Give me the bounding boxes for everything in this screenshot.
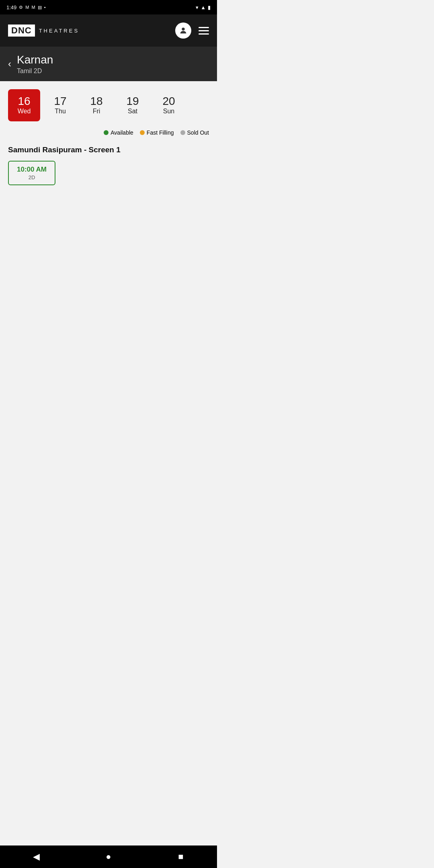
date-num-19: 19 — [126, 95, 139, 108]
status-time: 1:49 — [6, 4, 16, 10]
movie-info: Karnan Tamil 2D — [17, 53, 53, 75]
battery-icon: ▮ — [208, 4, 211, 10]
hamburger-menu-button[interactable] — [199, 27, 209, 35]
logo-block: DNC THEATRES — [8, 25, 79, 37]
date-item-fri[interactable]: 18 Fri — [80, 89, 113, 121]
sold-out-dot — [180, 130, 185, 135]
wifi-icon: ▾ — [196, 4, 199, 10]
gmail-icon-1: M — [25, 5, 29, 10]
fast-filling-dot — [140, 130, 145, 135]
menu-line-1 — [199, 27, 209, 28]
date-day-sun: Sun — [163, 108, 174, 115]
back-button[interactable]: ‹ — [8, 59, 11, 69]
date-item-thu[interactable]: 17 Thu — [44, 89, 76, 121]
settings-icon: ⚙ — [19, 5, 23, 10]
legend-fast-filling: Fast Filling — [140, 129, 174, 136]
date-day-sat: Sat — [128, 108, 137, 115]
date-day-wed: Wed — [18, 108, 31, 115]
status-bar: 1:49 ⚙ M M ▤ • ▾ ▲ ▮ — [0, 0, 217, 14]
menu-line-2 — [199, 30, 209, 31]
date-num-18: 18 — [90, 95, 102, 108]
showtime-slot-1000am[interactable]: 10:00 AM 2D — [8, 161, 55, 185]
main-content: 16 Wed 17 Thu 18 Fri 19 Sat 20 Sun Avail… — [0, 81, 217, 217]
status-left: 1:49 ⚙ M M ▤ • — [6, 4, 46, 10]
available-label: Available — [111, 129, 133, 136]
showtime-type: 2D — [29, 174, 35, 180]
profile-button[interactable] — [175, 23, 191, 39]
app-header: DNC THEATRES — [0, 14, 217, 47]
legend: Available Fast Filling Sold Out — [8, 129, 209, 136]
sold-out-label: Sold Out — [187, 129, 209, 136]
showtime-time: 10:00 AM — [17, 166, 47, 174]
date-item-wed[interactable]: 16 Wed — [8, 89, 40, 121]
header-actions — [175, 23, 209, 39]
date-num-20: 20 — [162, 95, 175, 108]
movie-format: Tamil 2D — [17, 68, 53, 75]
date-day-fri: Fri — [93, 108, 100, 115]
date-item-sat[interactable]: 19 Sat — [117, 89, 149, 121]
logo-dnc: DNC — [8, 25, 35, 37]
legend-available: Available — [104, 129, 133, 136]
fast-filling-label: Fast Filling — [147, 129, 174, 136]
logo-theatres: THEATRES — [39, 28, 79, 34]
card-icon: ▤ — [38, 5, 42, 10]
bottom-spacer — [8, 185, 209, 217]
dot-icon: • — [44, 5, 46, 10]
date-day-thu: Thu — [55, 108, 66, 115]
available-dot — [104, 130, 108, 135]
legend-sold-out: Sold Out — [180, 129, 209, 136]
theatre-name: Samundi Rasipuram - Screen 1 — [8, 145, 209, 154]
movie-bar: ‹ Karnan Tamil 2D — [0, 47, 217, 81]
signal-icon: ▲ — [201, 4, 206, 10]
date-selector: 16 Wed 17 Thu 18 Fri 19 Sat 20 Sun — [8, 89, 209, 121]
svg-point-0 — [182, 28, 184, 31]
date-item-sun[interactable]: 20 Sun — [153, 89, 185, 121]
movie-title: Karnan — [17, 53, 53, 67]
gmail-icon-2: M — [31, 5, 35, 10]
date-num-16: 16 — [18, 95, 30, 108]
status-right: ▾ ▲ ▮ — [196, 4, 211, 10]
menu-line-3 — [199, 33, 209, 35]
date-num-17: 17 — [54, 95, 66, 108]
